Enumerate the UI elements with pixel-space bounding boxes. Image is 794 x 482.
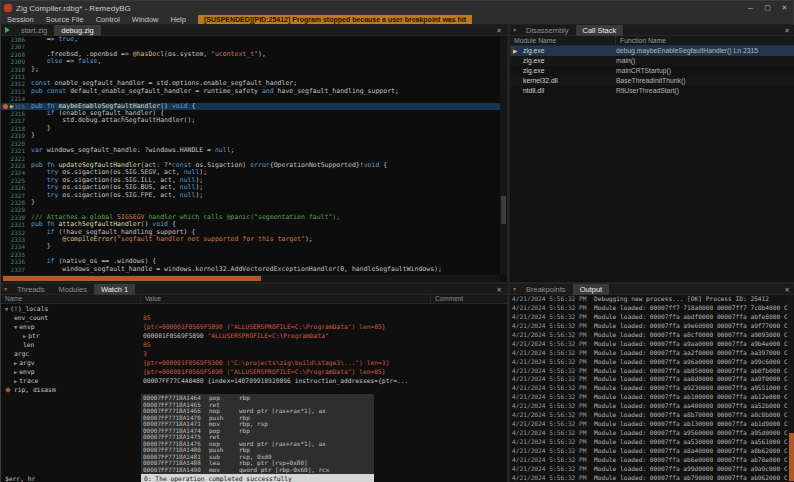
line-number[interactable]: 2332: [1, 229, 31, 236]
menu-session[interactable]: Session: [1, 15, 40, 24]
tab-start-zig[interactable]: start.zig: [14, 25, 54, 36]
source-vertical-scrollbar-thumb[interactable]: [501, 196, 506, 224]
line-number[interactable]: 2327: [1, 192, 31, 199]
line-number[interactable]: 2331: [1, 221, 31, 228]
code-line[interactable]: 2317 std.debug.attachSegfaultHandler();: [1, 117, 500, 124]
line-number[interactable]: 2318: [1, 125, 31, 132]
twisty-closed-icon[interactable]: ▶: [14, 360, 17, 366]
code-line[interactable]: 2309 else => false,: [1, 58, 500, 65]
line-number[interactable]: 2314: [1, 95, 31, 102]
line-number[interactable]: 2322: [1, 155, 31, 162]
code-line[interactable]: 2313pub const default_enable_segfault_ha…: [1, 88, 500, 95]
code-line[interactable]: 2327 try os.sigaction(os.SIG.FPE, act, n…: [1, 192, 500, 199]
watch-row[interactable]: len85: [1, 340, 507, 349]
code-line[interactable]: 2333 @compileError("segfault handler not…: [1, 236, 500, 243]
close-button[interactable]: ✕: [776, 1, 793, 15]
line-number[interactable]: 2335: [1, 251, 31, 258]
tab-watch-1[interactable]: Watch 1: [94, 284, 135, 295]
line-number[interactable]: 2309: [1, 58, 31, 65]
line-number[interactable]: 2312: [1, 80, 31, 87]
watch-row[interactable]: env_count85: [1, 313, 507, 322]
line-number[interactable]: 2336: [1, 258, 31, 265]
code-line[interactable]: 2337 windows_segfault_handle = windows.k…: [1, 266, 500, 273]
callstack-frame[interactable]: kernel32.dllBaseThreadInitThunk(): [510, 76, 794, 86]
disasm-line[interactable]: 00007FF7718A1490movqword ptr [rbp-0x60],…: [143, 467, 372, 474]
callstack-frame[interactable]: zig.exemainCRTStartup(): [510, 66, 794, 76]
menu-window[interactable]: Window: [126, 15, 165, 24]
source-horizontal-scrollbar[interactable]: [1, 275, 500, 282]
maximize-button[interactable]: ▢: [759, 1, 776, 15]
collapse-icon[interactable]: ▾: [4, 284, 7, 295]
code-editor[interactable]: 2306 => true,23072308 .freebsd, .openbsd…: [1, 36, 500, 275]
output-panel-close-icon[interactable]: ✕: [779, 284, 794, 295]
line-number[interactable]: 2308: [1, 51, 31, 58]
code-line[interactable]: 2334 }: [1, 243, 500, 250]
line-number[interactable]: 2315: [1, 103, 31, 110]
line-number[interactable]: 2323: [1, 162, 31, 169]
line-number[interactable]: 2325: [1, 177, 31, 184]
code-line[interactable]: 2306 => true,: [1, 36, 500, 43]
output-vertical-scrollbar-thumb[interactable]: [789, 433, 794, 481]
tab-breakpoints[interactable]: Breakpoints: [519, 284, 573, 295]
watch-row[interactable]: ▼(!)_locals: [1, 304, 507, 313]
code-line[interactable]: 2321var windows_segfault_handle: ?window…: [1, 147, 500, 154]
tab-debug-zig[interactable]: debug.zig: [54, 25, 101, 36]
title-bar[interactable]: Zig Compiler.rdbg* - RemedyBG ─ ▢ ✕: [1, 1, 793, 15]
tab-threads[interactable]: Threads: [10, 284, 52, 295]
tab-call-stack[interactable]: Call Stack: [576, 25, 624, 36]
twisty-closed-icon[interactable]: ▶: [23, 333, 26, 339]
line-number[interactable]: 2321: [1, 147, 31, 154]
twisty-open-icon[interactable]: ▼: [5, 306, 8, 312]
source-panel-close-icon[interactable]: ✕: [491, 25, 507, 36]
line-number[interactable]: 2306: [1, 36, 31, 43]
line-number[interactable]: 2330: [1, 214, 31, 221]
collapse-icon[interactable]: ▾: [513, 25, 516, 36]
watch-row[interactable]: ▶argv{ptr=000001F0569F9300 ("C:\projects…: [1, 358, 507, 367]
line-number[interactable]: 2333: [1, 236, 31, 243]
watch-row[interactable]: ▼envp{ptr=000001F0569F5890 ("ALLUSERSPRO…: [1, 322, 507, 331]
menu-source-file[interactable]: Source File: [40, 15, 90, 24]
twisty-open-icon[interactable]: ▼: [14, 324, 17, 330]
line-number[interactable]: 2313: [1, 88, 31, 95]
twisty-closed-icon[interactable]: ▶: [14, 369, 17, 375]
watch-row[interactable]: ▶trace00007FF77C4A8480 {index=1407099189…: [1, 376, 507, 385]
minimize-button[interactable]: ─: [742, 1, 759, 15]
source-vertical-scrollbar[interactable]: [500, 36, 507, 275]
watch-value-selected[interactable]: 0: The operation completed successfully: [141, 474, 374, 482]
line-number[interactable]: 2320: [1, 140, 31, 147]
callstack-frame[interactable]: zig.exedebug.maybeEnableSegfaultHandler(…: [510, 46, 794, 56]
callstack-panel-close-icon[interactable]: ✕: [779, 25, 794, 36]
code-line[interactable]: 2328}: [1, 199, 500, 206]
menu-help[interactable]: Help: [165, 15, 192, 24]
menu-control[interactable]: Control: [90, 15, 126, 24]
tab-modules[interactable]: Modules: [52, 284, 94, 295]
tab-output[interactable]: Output: [573, 284, 610, 295]
line-number[interactable]: 2316: [1, 110, 31, 117]
watch-row[interactable]: rip, disasm: [1, 385, 507, 394]
collapse-icon[interactable]: ▾: [513, 284, 516, 295]
line-number[interactable]: 2307: [1, 43, 31, 50]
watch-row-err[interactable]: $err, hr 0: The operation completed succ…: [1, 474, 507, 482]
line-number[interactable]: 2326: [1, 184, 31, 191]
line-number[interactable]: 2324: [1, 169, 31, 176]
code-line[interactable]: 2310};: [1, 66, 500, 73]
twisty-closed-icon[interactable]: ▶: [14, 378, 17, 384]
line-number[interactable]: 2311: [1, 73, 31, 80]
watch-row[interactable]: argc3: [1, 349, 507, 358]
line-number[interactable]: 2319: [1, 132, 31, 139]
line-number[interactable]: 2334: [1, 243, 31, 250]
watch-row[interactable]: ▶envp{ptr=000001F0569F5890 ("ALLUSERSPRO…: [1, 367, 507, 376]
code-line[interactable]: 2318 }: [1, 125, 500, 132]
line-number[interactable]: 2328: [1, 199, 31, 206]
tab-disassembly[interactable]: Disassembly: [519, 25, 576, 36]
line-number[interactable]: 2329: [1, 206, 31, 213]
source-horizontal-scrollbar-thumb[interactable]: [3, 276, 261, 281]
code-line[interactable]: 2319}: [1, 132, 500, 139]
line-number[interactable]: 2310: [1, 66, 31, 73]
line-number[interactable]: 2317: [1, 117, 31, 124]
watch-panel-close-icon[interactable]: ✕: [491, 284, 507, 295]
output-vertical-scrollbar[interactable]: [788, 295, 794, 482]
watch-row[interactable]: ▶ptr000001F0569F5890 "ALLUSERSPROFILE=C:…: [1, 331, 507, 340]
line-number[interactable]: 2337: [1, 266, 31, 273]
callstack-frame[interactable]: ntdll.dllRtlUserThreadStart(): [510, 86, 794, 96]
